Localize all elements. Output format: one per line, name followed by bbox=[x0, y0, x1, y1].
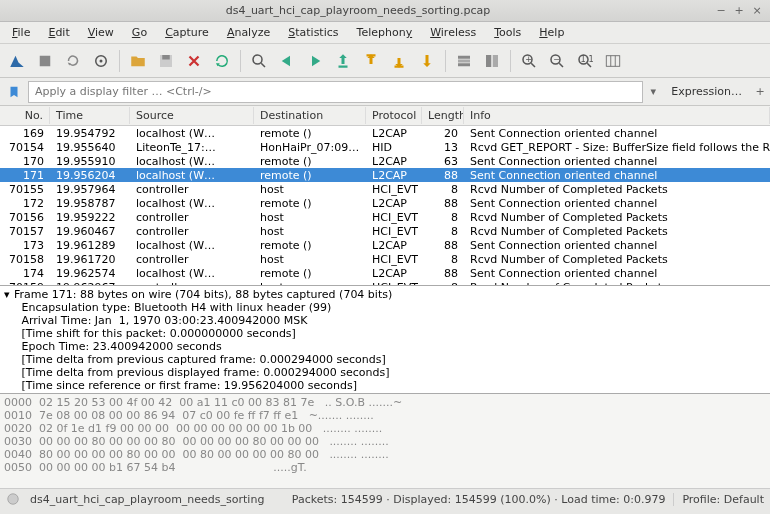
packet-bytes-pane[interactable]: 0000 02 15 20 53 00 4f 00 42 00 a1 11 c0… bbox=[0, 394, 770, 488]
col-source[interactable]: Source bbox=[130, 107, 254, 124]
detail-line[interactable]: Epoch Time: 23.400942000 seconds bbox=[4, 340, 766, 353]
filterbar: ▾ Expression… + bbox=[0, 78, 770, 106]
toolbar-separator bbox=[119, 50, 120, 72]
svg-rect-7 bbox=[339, 65, 348, 67]
resize-columns-icon[interactable] bbox=[600, 48, 626, 74]
svg-point-27 bbox=[8, 493, 19, 504]
go-forward-icon[interactable] bbox=[302, 48, 328, 74]
colorize-icon[interactable] bbox=[451, 48, 477, 74]
menu-edit[interactable]: Edit bbox=[40, 24, 77, 41]
menu-telephony[interactable]: Telephony bbox=[349, 24, 421, 41]
menu-view[interactable]: View bbox=[80, 24, 122, 41]
go-to-packet-icon[interactable] bbox=[330, 48, 356, 74]
packet-row[interactable]: 17419.962574localhost (W…remote ()L2CAP8… bbox=[0, 266, 770, 280]
svg-rect-11 bbox=[458, 59, 470, 62]
status-path: ds4_uart_hci_cap_playroom_needs_sorting bbox=[30, 493, 264, 506]
zoom-in-icon[interactable]: + bbox=[516, 48, 542, 74]
toolbar-separator bbox=[510, 50, 511, 72]
menu-tools[interactable]: Tools bbox=[486, 24, 529, 41]
save-file-icon[interactable] bbox=[153, 48, 179, 74]
packet-details-pane[interactable]: ▾Frame 171: 88 bytes on wire (704 bits),… bbox=[0, 286, 770, 394]
detail-line[interactable]: [Time shift for this packet: 0.000000000… bbox=[4, 327, 766, 340]
svg-line-16 bbox=[531, 63, 535, 67]
stop-capture-icon[interactable] bbox=[32, 48, 58, 74]
close-button[interactable]: × bbox=[750, 4, 764, 18]
add-button-icon[interactable]: + bbox=[754, 85, 766, 98]
menu-analyze[interactable]: Analyze bbox=[219, 24, 278, 41]
auto-scroll-icon[interactable] bbox=[414, 48, 440, 74]
open-file-icon[interactable] bbox=[125, 48, 151, 74]
packet-row[interactable]: 17019.955910localhost (W…remote ()L2CAP6… bbox=[0, 154, 770, 168]
go-last-icon[interactable] bbox=[386, 48, 412, 74]
reload-icon[interactable] bbox=[209, 48, 235, 74]
hex-line[interactable]: 0030 00 00 00 80 00 00 00 80 00 00 00 00… bbox=[4, 435, 766, 448]
hex-line[interactable]: 0040 80 00 00 00 00 80 00 00 00 80 00 00… bbox=[4, 448, 766, 461]
frame-summary[interactable]: Frame 171: 88 bytes on wire (704 bits), … bbox=[14, 288, 392, 301]
status-counts: Packets: 154599 · Displayed: 154599 (100… bbox=[292, 493, 666, 506]
detail-line[interactable]: [Time delta from previous displayed fram… bbox=[4, 366, 766, 379]
menu-wireless[interactable]: Wireless bbox=[422, 24, 484, 41]
svg-rect-24 bbox=[606, 55, 620, 66]
display-filter-input[interactable] bbox=[28, 81, 643, 103]
svg-point-5 bbox=[253, 55, 262, 64]
expression-button[interactable]: Expression… bbox=[663, 83, 750, 100]
menubar: File Edit View Go Capture Analyze Statis… bbox=[0, 22, 770, 44]
find-icon[interactable] bbox=[246, 48, 272, 74]
status-profile[interactable]: Profile: Default bbox=[673, 493, 764, 506]
go-back-icon[interactable] bbox=[274, 48, 300, 74]
window-title: ds4_uart_hci_cap_playroom_needs_sorting.… bbox=[6, 4, 710, 17]
packet-row[interactable]: 7015719.960467controllerhostHCI_EVT8Rcvd… bbox=[0, 224, 770, 238]
close-file-icon[interactable] bbox=[181, 48, 207, 74]
packet-row[interactable]: 7015419.955640LiteonTe_17:…HonHaiPr_07:0… bbox=[0, 140, 770, 154]
zoom-out-icon[interactable]: − bbox=[544, 48, 570, 74]
svg-text:+: + bbox=[525, 53, 532, 63]
hex-line[interactable]: 0010 7e 08 00 08 00 00 86 94 07 c0 00 fe… bbox=[4, 409, 766, 422]
col-info[interactable]: Info bbox=[464, 107, 770, 124]
packet-row[interactable]: 17119.956204localhost (W…remote ()L2CAP8… bbox=[0, 168, 770, 182]
packet-row[interactable]: 17219.958787localhost (W…remote ()L2CAP8… bbox=[0, 196, 770, 210]
col-no[interactable]: No. bbox=[0, 107, 50, 124]
maximize-button[interactable]: + bbox=[732, 4, 746, 18]
hex-line[interactable]: 0020 02 0f 1e d1 f9 00 00 00 00 00 00 00… bbox=[4, 422, 766, 435]
svg-rect-9 bbox=[395, 65, 404, 67]
detail-line[interactable]: Encapsulation type: Bluetooth H4 with li… bbox=[4, 301, 766, 314]
col-length[interactable]: Length bbox=[422, 107, 464, 124]
packet-row[interactable]: 17319.961289localhost (W…remote ()L2CAP8… bbox=[0, 238, 770, 252]
detail-line[interactable]: [Time since reference or first frame: 19… bbox=[4, 379, 766, 392]
zoom-reset-icon[interactable]: 1:1 bbox=[572, 48, 598, 74]
statusbar: ds4_uart_hci_cap_playroom_needs_sorting … bbox=[0, 488, 770, 510]
packet-list-header: No. Time Source Destination Protocol Len… bbox=[0, 106, 770, 126]
svg-text:1:1: 1:1 bbox=[581, 53, 594, 63]
toolbar-separator bbox=[445, 50, 446, 72]
packet-row[interactable]: 7015519.957964controllerhostHCI_EVT8Rcvd… bbox=[0, 182, 770, 196]
menu-statistics[interactable]: Statistics bbox=[280, 24, 346, 41]
expert-info-icon[interactable] bbox=[6, 492, 22, 508]
go-first-icon[interactable] bbox=[358, 48, 384, 74]
menu-capture[interactable]: Capture bbox=[157, 24, 217, 41]
menu-go[interactable]: Go bbox=[124, 24, 155, 41]
columns-icon[interactable] bbox=[479, 48, 505, 74]
capture-options-icon[interactable] bbox=[88, 48, 114, 74]
minimize-button[interactable]: − bbox=[714, 4, 728, 18]
packet-list-body[interactable]: 16919.954792localhost (W…remote ()L2CAP2… bbox=[0, 126, 770, 285]
packet-row[interactable]: 7015919.962967controllerhostHCI_EVT8Rcvd… bbox=[0, 280, 770, 285]
menu-help[interactable]: Help bbox=[531, 24, 572, 41]
bookmark-icon[interactable] bbox=[4, 82, 24, 102]
menu-file[interactable]: File bbox=[4, 24, 38, 41]
packet-row[interactable]: 16919.954792localhost (W…remote ()L2CAP2… bbox=[0, 126, 770, 140]
hex-line[interactable]: 0050 00 00 00 00 b1 67 54 b4 .....gT. bbox=[4, 461, 766, 474]
restart-capture-icon[interactable] bbox=[60, 48, 86, 74]
filter-dropdown-icon[interactable]: ▾ bbox=[647, 85, 659, 98]
svg-rect-0 bbox=[40, 55, 51, 66]
collapse-icon[interactable]: ▾ bbox=[4, 288, 14, 301]
col-time[interactable]: Time bbox=[50, 107, 130, 124]
hex-line[interactable]: 0000 02 15 20 53 00 4f 00 42 00 a1 11 c0… bbox=[4, 396, 766, 409]
col-destination[interactable]: Destination bbox=[254, 107, 366, 124]
detail-line[interactable]: Arrival Time: Jan 1, 1970 03:00:23.40094… bbox=[4, 314, 766, 327]
svg-rect-13 bbox=[486, 55, 491, 67]
packet-row[interactable]: 7015819.961720controllerhostHCI_EVT8Rcvd… bbox=[0, 252, 770, 266]
shark-fin-icon[interactable] bbox=[4, 48, 30, 74]
col-protocol[interactable]: Protocol bbox=[366, 107, 422, 124]
detail-line[interactable]: [Time delta from previous captured frame… bbox=[4, 353, 766, 366]
packet-row[interactable]: 7015619.959222controllerhostHCI_EVT8Rcvd… bbox=[0, 210, 770, 224]
